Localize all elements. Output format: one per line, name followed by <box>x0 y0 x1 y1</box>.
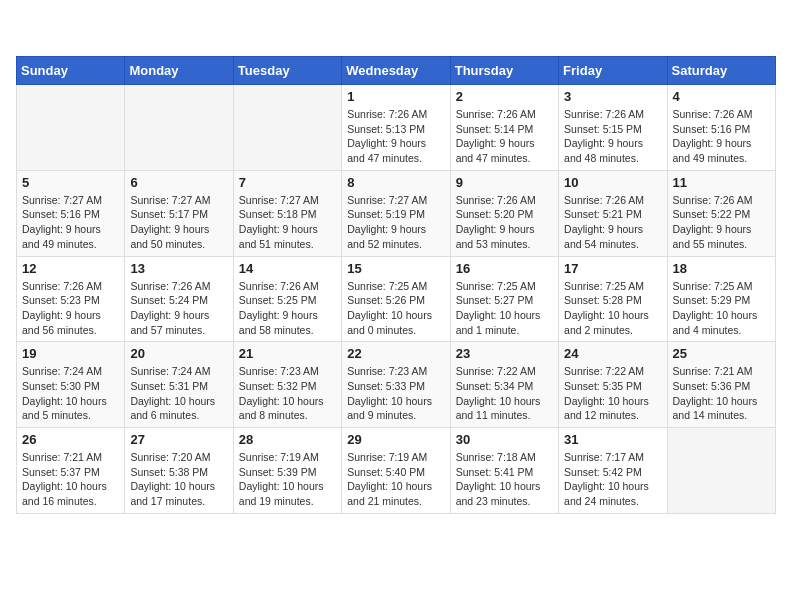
day-number: 22 <box>347 346 444 361</box>
calendar-cell: 29Sunrise: 7:19 AM Sunset: 5:40 PM Dayli… <box>342 428 450 514</box>
calendar-week-row: 12Sunrise: 7:26 AM Sunset: 5:23 PM Dayli… <box>17 256 776 342</box>
weekday-row: SundayMondayTuesdayWednesdayThursdayFrid… <box>17 57 776 85</box>
calendar-cell <box>17 85 125 171</box>
calendar-cell: 3Sunrise: 7:26 AM Sunset: 5:15 PM Daylig… <box>559 85 667 171</box>
day-number: 12 <box>22 261 119 276</box>
weekday-header: Tuesday <box>233 57 341 85</box>
weekday-header: Wednesday <box>342 57 450 85</box>
day-info: Sunrise: 7:22 AM Sunset: 5:35 PM Dayligh… <box>564 364 661 423</box>
day-number: 23 <box>456 346 553 361</box>
day-info: Sunrise: 7:26 AM Sunset: 5:13 PM Dayligh… <box>347 107 444 166</box>
calendar-week-row: 19Sunrise: 7:24 AM Sunset: 5:30 PM Dayli… <box>17 342 776 428</box>
weekday-header: Thursday <box>450 57 558 85</box>
day-number: 2 <box>456 89 553 104</box>
day-info: Sunrise: 7:19 AM Sunset: 5:40 PM Dayligh… <box>347 450 444 509</box>
calendar-cell: 4Sunrise: 7:26 AM Sunset: 5:16 PM Daylig… <box>667 85 775 171</box>
calendar-cell: 24Sunrise: 7:22 AM Sunset: 5:35 PM Dayli… <box>559 342 667 428</box>
day-number: 11 <box>673 175 770 190</box>
calendar-cell: 10Sunrise: 7:26 AM Sunset: 5:21 PM Dayli… <box>559 170 667 256</box>
calendar-cell: 28Sunrise: 7:19 AM Sunset: 5:39 PM Dayli… <box>233 428 341 514</box>
calendar-cell: 19Sunrise: 7:24 AM Sunset: 5:30 PM Dayli… <box>17 342 125 428</box>
day-info: Sunrise: 7:26 AM Sunset: 5:25 PM Dayligh… <box>239 279 336 338</box>
calendar: SundayMondayTuesdayWednesdayThursdayFrid… <box>16 56 776 514</box>
day-number: 14 <box>239 261 336 276</box>
day-number: 10 <box>564 175 661 190</box>
day-number: 4 <box>673 89 770 104</box>
day-number: 20 <box>130 346 227 361</box>
weekday-header: Sunday <box>17 57 125 85</box>
day-info: Sunrise: 7:23 AM Sunset: 5:33 PM Dayligh… <box>347 364 444 423</box>
calendar-cell: 26Sunrise: 7:21 AM Sunset: 5:37 PM Dayli… <box>17 428 125 514</box>
day-info: Sunrise: 7:26 AM Sunset: 5:21 PM Dayligh… <box>564 193 661 252</box>
day-info: Sunrise: 7:26 AM Sunset: 5:24 PM Dayligh… <box>130 279 227 338</box>
day-info: Sunrise: 7:23 AM Sunset: 5:32 PM Dayligh… <box>239 364 336 423</box>
day-info: Sunrise: 7:25 AM Sunset: 5:28 PM Dayligh… <box>564 279 661 338</box>
day-info: Sunrise: 7:22 AM Sunset: 5:34 PM Dayligh… <box>456 364 553 423</box>
weekday-header: Monday <box>125 57 233 85</box>
calendar-cell: 14Sunrise: 7:26 AM Sunset: 5:25 PM Dayli… <box>233 256 341 342</box>
calendar-cell: 31Sunrise: 7:17 AM Sunset: 5:42 PM Dayli… <box>559 428 667 514</box>
day-number: 3 <box>564 89 661 104</box>
calendar-cell: 18Sunrise: 7:25 AM Sunset: 5:29 PM Dayli… <box>667 256 775 342</box>
calendar-cell <box>125 85 233 171</box>
calendar-cell: 13Sunrise: 7:26 AM Sunset: 5:24 PM Dayli… <box>125 256 233 342</box>
day-number: 25 <box>673 346 770 361</box>
day-info: Sunrise: 7:19 AM Sunset: 5:39 PM Dayligh… <box>239 450 336 509</box>
day-info: Sunrise: 7:27 AM Sunset: 5:16 PM Dayligh… <box>22 193 119 252</box>
calendar-cell: 21Sunrise: 7:23 AM Sunset: 5:32 PM Dayli… <box>233 342 341 428</box>
day-info: Sunrise: 7:18 AM Sunset: 5:41 PM Dayligh… <box>456 450 553 509</box>
day-info: Sunrise: 7:26 AM Sunset: 5:16 PM Dayligh… <box>673 107 770 166</box>
day-info: Sunrise: 7:25 AM Sunset: 5:29 PM Dayligh… <box>673 279 770 338</box>
logo <box>16 16 48 44</box>
calendar-cell: 11Sunrise: 7:26 AM Sunset: 5:22 PM Dayli… <box>667 170 775 256</box>
day-info: Sunrise: 7:26 AM Sunset: 5:23 PM Dayligh… <box>22 279 119 338</box>
calendar-cell: 9Sunrise: 7:26 AM Sunset: 5:20 PM Daylig… <box>450 170 558 256</box>
day-number: 5 <box>22 175 119 190</box>
calendar-body: 1Sunrise: 7:26 AM Sunset: 5:13 PM Daylig… <box>17 85 776 514</box>
day-info: Sunrise: 7:21 AM Sunset: 5:36 PM Dayligh… <box>673 364 770 423</box>
day-info: Sunrise: 7:20 AM Sunset: 5:38 PM Dayligh… <box>130 450 227 509</box>
calendar-cell: 17Sunrise: 7:25 AM Sunset: 5:28 PM Dayli… <box>559 256 667 342</box>
day-number: 31 <box>564 432 661 447</box>
day-info: Sunrise: 7:24 AM Sunset: 5:31 PM Dayligh… <box>130 364 227 423</box>
logo-icon <box>16 16 44 44</box>
day-number: 1 <box>347 89 444 104</box>
day-number: 17 <box>564 261 661 276</box>
day-number: 7 <box>239 175 336 190</box>
day-number: 30 <box>456 432 553 447</box>
calendar-week-row: 26Sunrise: 7:21 AM Sunset: 5:37 PM Dayli… <box>17 428 776 514</box>
day-info: Sunrise: 7:26 AM Sunset: 5:20 PM Dayligh… <box>456 193 553 252</box>
calendar-cell: 1Sunrise: 7:26 AM Sunset: 5:13 PM Daylig… <box>342 85 450 171</box>
day-number: 27 <box>130 432 227 447</box>
weekday-header: Saturday <box>667 57 775 85</box>
calendar-cell <box>667 428 775 514</box>
calendar-cell: 30Sunrise: 7:18 AM Sunset: 5:41 PM Dayli… <box>450 428 558 514</box>
day-info: Sunrise: 7:26 AM Sunset: 5:14 PM Dayligh… <box>456 107 553 166</box>
day-info: Sunrise: 7:25 AM Sunset: 5:27 PM Dayligh… <box>456 279 553 338</box>
calendar-cell: 2Sunrise: 7:26 AM Sunset: 5:14 PM Daylig… <box>450 85 558 171</box>
day-info: Sunrise: 7:27 AM Sunset: 5:18 PM Dayligh… <box>239 193 336 252</box>
day-number: 6 <box>130 175 227 190</box>
day-info: Sunrise: 7:21 AM Sunset: 5:37 PM Dayligh… <box>22 450 119 509</box>
calendar-cell: 27Sunrise: 7:20 AM Sunset: 5:38 PM Dayli… <box>125 428 233 514</box>
day-number: 24 <box>564 346 661 361</box>
day-info: Sunrise: 7:17 AM Sunset: 5:42 PM Dayligh… <box>564 450 661 509</box>
day-number: 18 <box>673 261 770 276</box>
day-number: 21 <box>239 346 336 361</box>
calendar-cell: 22Sunrise: 7:23 AM Sunset: 5:33 PM Dayli… <box>342 342 450 428</box>
day-info: Sunrise: 7:24 AM Sunset: 5:30 PM Dayligh… <box>22 364 119 423</box>
day-number: 16 <box>456 261 553 276</box>
day-number: 9 <box>456 175 553 190</box>
day-info: Sunrise: 7:25 AM Sunset: 5:26 PM Dayligh… <box>347 279 444 338</box>
calendar-cell: 16Sunrise: 7:25 AM Sunset: 5:27 PM Dayli… <box>450 256 558 342</box>
day-info: Sunrise: 7:27 AM Sunset: 5:17 PM Dayligh… <box>130 193 227 252</box>
calendar-cell: 6Sunrise: 7:27 AM Sunset: 5:17 PM Daylig… <box>125 170 233 256</box>
day-number: 19 <box>22 346 119 361</box>
calendar-cell <box>233 85 341 171</box>
calendar-cell: 5Sunrise: 7:27 AM Sunset: 5:16 PM Daylig… <box>17 170 125 256</box>
day-number: 15 <box>347 261 444 276</box>
calendar-cell: 8Sunrise: 7:27 AM Sunset: 5:19 PM Daylig… <box>342 170 450 256</box>
day-info: Sunrise: 7:27 AM Sunset: 5:19 PM Dayligh… <box>347 193 444 252</box>
calendar-cell: 15Sunrise: 7:25 AM Sunset: 5:26 PM Dayli… <box>342 256 450 342</box>
calendar-cell: 12Sunrise: 7:26 AM Sunset: 5:23 PM Dayli… <box>17 256 125 342</box>
